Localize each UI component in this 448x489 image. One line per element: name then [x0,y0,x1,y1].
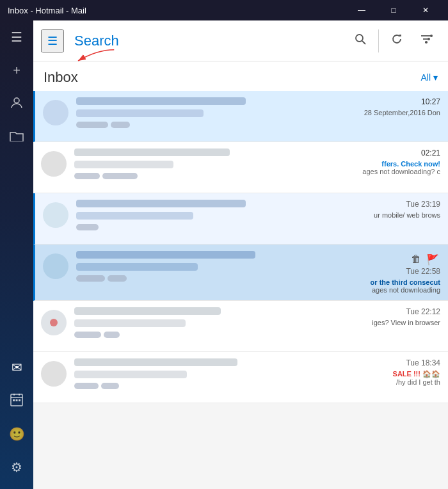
email-preview-text: SALE !!! 🏠🏠 [393,370,440,378]
list-item[interactable]: Tue 23:19 ur mobile/ web brows [33,193,448,245]
refresh-icon [390,33,403,49]
settings-icon: ⚙ [11,460,22,475]
email-avatar [33,301,74,351]
calendar-icon [10,392,24,410]
email-actions: 🗑 🚩 [410,252,440,267]
search-button[interactable] [346,27,374,55]
email-time: Tue 22:12 [406,307,440,316]
email-avatar [35,245,76,300]
email-preview-sub: /hy did I get th [396,378,440,386]
content-area: ☰ Search [33,20,448,489]
list-item[interactable]: Tue 18:34 SALE !!! 🏠🏠 /hy did I get th [33,352,448,403]
app-title: Inbox - Hotmail - Mail [8,6,86,15]
list-item[interactable]: 02:21 ffers. Check now! ages not downloa… [33,142,448,193]
filter-all-button[interactable]: All ▾ [420,72,438,83]
sidebar-bottom: ✉ 🙂 ⚙ [0,351,33,489]
avatar [43,202,68,228]
inbox-title: Inbox [44,69,78,86]
svg-point-15 [428,38,430,40]
email-time: Tue 22:58 [406,267,440,276]
main-container: ☰ + ✉ [0,20,448,489]
sidebar-item-mail[interactable]: ✉ [0,351,33,384]
svg-line-10 [362,41,365,44]
email-avatar [33,352,74,403]
email-avatar [33,142,74,193]
avatar [43,100,68,125]
email-meta: 🗑 🚩 Tue 22:58 or the third consecut ages… [371,245,448,300]
header-bar: ☰ Search [33,20,448,61]
list-item[interactable]: Tue 22:12 iges? View in browser [33,301,448,352]
maximize-button[interactable]: □ [379,0,408,20]
email-time: Tue 18:34 [406,358,440,367]
search-icon [354,33,367,49]
filter-all-label: All [420,72,431,83]
email-meta: Tue 18:34 SALE !!! 🏠🏠 /hy did I get th [393,352,448,403]
sidebar-item-people[interactable]: 🙂 [0,417,33,451]
svg-rect-6 [16,399,18,401]
title-bar-controls: — □ ✕ [347,0,440,20]
hamburger-icon: ☰ [11,29,22,45]
search-box[interactable]: Search [69,29,341,52]
sidebar-item-calendar[interactable] [0,384,33,417]
email-content [76,245,371,300]
filter-icon [420,33,433,49]
hamburger-button[interactable]: ☰ [41,29,64,52]
svg-point-16 [425,41,428,44]
close-button[interactable]: ✕ [411,0,440,20]
email-meta: 10:27 28 September,2016 Don [364,91,448,141]
email-time: 10:27 [421,97,440,106]
refresh-button[interactable] [383,27,411,55]
email-preview-text: or the third consecut [371,278,440,286]
svg-point-9 [356,35,363,42]
email-preview-sub: ages not downloading? c [362,168,440,175]
minimize-button[interactable]: — [347,0,376,20]
list-item[interactable]: 🗑 🚩 Tue 22:58 or the third consecut ages… [33,245,448,301]
avatar [43,253,68,279]
header-divider [378,29,379,52]
svg-rect-7 [19,399,20,401]
email-time: 02:21 [421,148,440,157]
email-avatar [35,193,76,244]
sidebar-item-compose[interactable]: + [0,54,33,87]
folder-icon [10,130,24,145]
email-preview-text: 28 September,2016 Don [364,109,440,116]
email-list: 10:27 28 September,2016 Don [33,91,448,489]
search-label: Search [74,33,119,49]
email-preview-text: ffers. Check now! [381,160,440,168]
email-content [74,301,372,351]
email-meta: 02:21 ffers. Check now! ages not downloa… [362,142,448,193]
contacts-icon [10,95,24,113]
email-meta: Tue 22:12 iges? View in browser [372,301,448,351]
flag-icon[interactable]: 🚩 [425,252,440,267]
email-avatar [35,91,76,141]
sidebar-item-contacts[interactable] [0,87,33,120]
email-content [76,91,364,141]
email-time: Tue 23:19 [406,200,440,209]
mail-icon: ✉ [12,360,22,375]
filter-chevron-icon: ▾ [433,72,438,83]
avatar [41,310,67,335]
svg-point-14 [430,35,433,37]
email-preview-text: iges? View in browser [372,319,440,326]
title-bar-left: Inbox - Hotmail - Mail [8,6,86,15]
email-meta: Tue 23:19 ur mobile/ web brows [374,193,448,244]
people-icon: 🙂 [9,426,25,442]
filter-button[interactable] [412,27,440,55]
svg-rect-5 [13,399,15,401]
title-bar: Inbox - Hotmail - Mail — □ ✕ [0,0,448,20]
header-icons [346,27,440,55]
sidebar: ☰ + ✉ [0,20,33,489]
email-preview-sub: ages not downloading [372,286,440,294]
email-preview-text: ur mobile/ web brows [374,211,440,219]
list-item[interactable]: 10:27 28 September,2016 Don [33,91,448,142]
sidebar-item-folders[interactable] [0,120,33,154]
menu-icon: ☰ [47,34,58,48]
email-content [76,193,374,244]
sidebar-item-menu[interactable]: ☰ [0,20,33,54]
delete-icon[interactable]: 🗑 [410,252,422,267]
email-content [74,142,362,193]
sidebar-item-settings[interactable]: ⚙ [0,451,33,484]
compose-icon: + [13,63,20,78]
avatar [41,151,67,177]
inbox-header: Inbox All ▾ [33,61,448,91]
